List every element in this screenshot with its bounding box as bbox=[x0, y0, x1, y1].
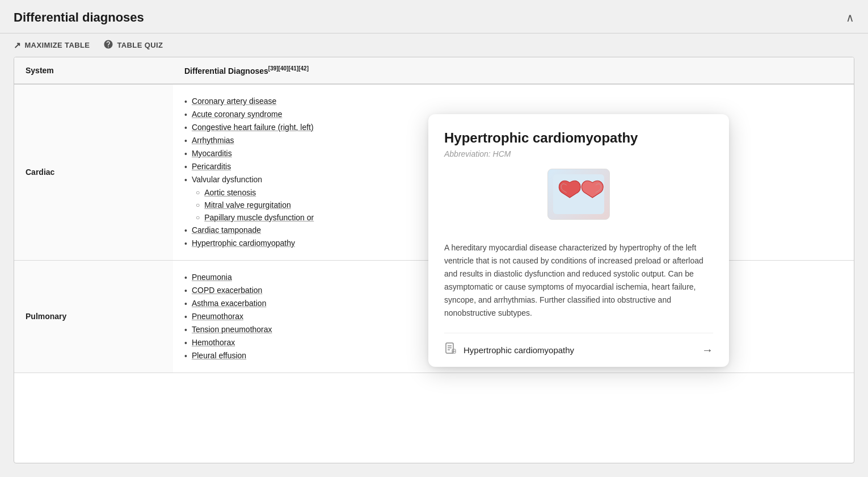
table-quiz-button[interactable]: TABLE QUIZ bbox=[103, 39, 163, 51]
document-icon bbox=[444, 342, 457, 358]
page-title: Differential diagnoses bbox=[14, 10, 144, 25]
diagnoses-superscript: [39][40][41][42] bbox=[268, 65, 309, 72]
collapse-icon[interactable]: ∧ bbox=[846, 11, 854, 24]
toolbar: ↗ MAXIMIZE TABLE TABLE QUIZ bbox=[0, 34, 868, 57]
popup-abbrev-value: HCM bbox=[493, 149, 511, 158]
page-header: Differential diagnoses ∧ bbox=[0, 0, 868, 34]
quiz-icon bbox=[103, 39, 113, 51]
popup-footer-label: Hypertrophic cardiomyopathy bbox=[464, 345, 574, 355]
popup-abbreviation: Abbreviation: HCM bbox=[444, 149, 713, 158]
col-header-diagnoses: Differential Diagnoses[39][40][41][42] bbox=[173, 57, 445, 84]
table-wrapper: System Differential Diagnoses[39][40][41… bbox=[14, 57, 854, 463]
quiz-label: TABLE QUIZ bbox=[117, 41, 163, 49]
popup-footer[interactable]: Hypertrophic cardiomyopathy → bbox=[444, 333, 713, 367]
popup-footer-arrow[interactable]: → bbox=[702, 344, 713, 357]
page-container: Differential diagnoses ∧ ↗ MAXIMIZE TABL… bbox=[0, 0, 868, 477]
col-header-system: System bbox=[14, 57, 173, 84]
system-cell-0: Cardiac bbox=[14, 84, 173, 261]
popup-overlay: Hypertrophic cardiomyopathy Abbreviation… bbox=[428, 114, 729, 367]
list-item[interactable]: Coronary artery disease bbox=[184, 95, 842, 108]
popup-footer-left: Hypertrophic cardiomyopathy bbox=[444, 342, 574, 358]
popup-description: A hereditary myocardial disease characte… bbox=[444, 241, 713, 320]
popup-heart-image bbox=[547, 169, 610, 220]
col-header-extra bbox=[445, 57, 854, 84]
system-cell-1: Pulmonary bbox=[14, 260, 173, 373]
maximize-table-button[interactable]: ↗ MAXIMIZE TABLE bbox=[14, 40, 90, 51]
maximize-label: MAXIMIZE TABLE bbox=[24, 41, 90, 49]
maximize-icon: ↗ bbox=[14, 40, 21, 51]
popup-title: Hypertrophic cardiomyopathy bbox=[444, 130, 713, 146]
